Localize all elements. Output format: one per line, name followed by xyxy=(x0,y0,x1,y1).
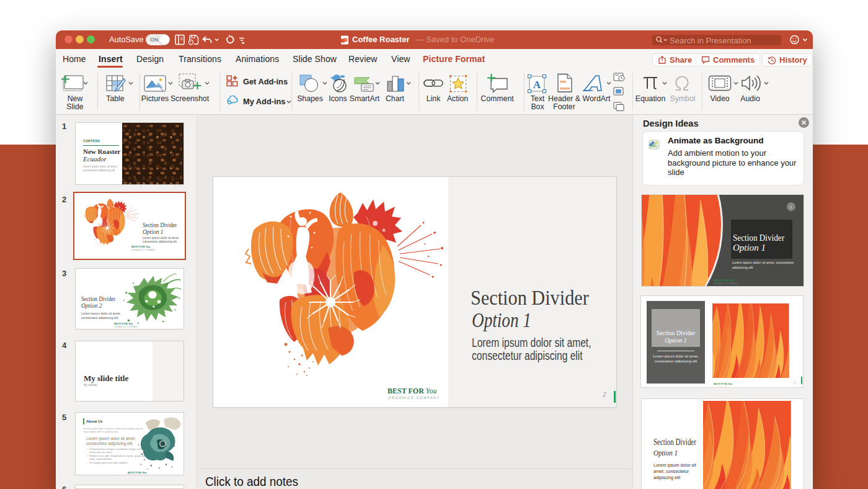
svg-text:A: A xyxy=(533,79,541,91)
